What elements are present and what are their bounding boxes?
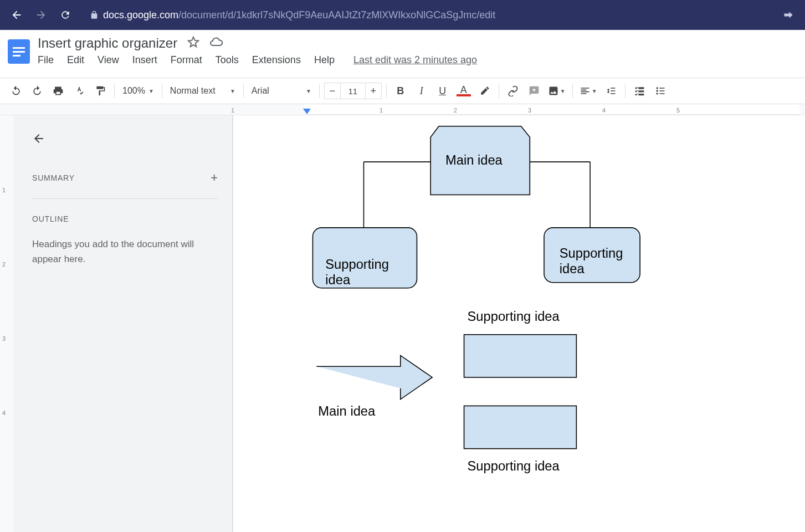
formatting-toolbar: 100% ▼ Normal text ▼ Arial ▼ − 11 + B I … [0, 78, 805, 104]
zoom-value: 100% [122, 86, 145, 96]
shape-rect-top[interactable] [464, 335, 577, 377]
checklist-button[interactable] [630, 81, 649, 100]
docs-header: Insert graphic organizer File Edit View … [0, 30, 805, 78]
add-summary-button[interactable]: + [211, 171, 218, 185]
paragraph-style-dropdown[interactable]: Normal text ▼ [167, 86, 239, 96]
outline-hint-text: Headings you add to the document will ap… [32, 237, 215, 267]
zoom-dropdown[interactable]: 100% ▼ [119, 86, 157, 96]
ruler-number: 3 [2, 335, 6, 342]
lock-icon [90, 11, 99, 19]
increase-font-size-button[interactable]: + [365, 83, 382, 99]
add-comment-button[interactable] [525, 81, 543, 100]
document-title[interactable]: Insert graphic organizer [38, 35, 177, 51]
menu-view[interactable]: View [98, 54, 119, 66]
ruler-number: 2 [454, 107, 457, 114]
ruler-number: 1 [231, 107, 234, 114]
bulleted-list-button[interactable] [651, 81, 670, 100]
ruler-number: 2 [2, 261, 6, 268]
align-button[interactable]: ▼ [577, 81, 599, 100]
menu-extensions[interactable]: Extensions [252, 54, 301, 66]
star-icon[interactable] [187, 36, 199, 50]
svg-rect-3 [13, 55, 20, 57]
insert-link-button[interactable] [504, 81, 522, 100]
arrow-shape[interactable] [316, 355, 432, 399]
text-color-button[interactable]: A [454, 81, 473, 100]
horizontal-ruler[interactable]: 1 1 2 3 4 5 [0, 104, 805, 115]
label-supporting-bottom: Supporting idea [467, 459, 560, 473]
shape-text-supporting-left: Supporting [325, 257, 389, 272]
line-spacing-button[interactable] [602, 81, 621, 100]
summary-heading: SUMMARY [32, 173, 75, 182]
drawing-canvas[interactable]: Main idea Supporting idea Supporting ide… [233, 115, 805, 532]
highlight-color-button[interactable] [475, 81, 494, 100]
chevron-down-icon: ▼ [306, 88, 311, 94]
document-page[interactable]: Main idea Supporting idea Supporting ide… [233, 115, 805, 532]
outline-heading: OUTLINE [32, 214, 218, 223]
font-size-value[interactable]: 11 [341, 83, 365, 99]
ruler-number: 3 [528, 107, 531, 114]
paragraph-style-value: Normal text [170, 86, 216, 96]
menu-help[interactable]: Help [314, 54, 335, 66]
shape-text-supporting-right: Supporting [560, 246, 623, 260]
ruler-number: 4 [2, 410, 6, 416]
menu-bar: File Edit View Insert Format Tools Exten… [38, 54, 477, 66]
menu-format[interactable]: Format [171, 54, 202, 66]
menu-tools[interactable]: Tools [216, 54, 239, 66]
docs-logo[interactable] [7, 35, 31, 68]
font-size-control: − 11 + [324, 83, 382, 99]
shape-text-main-idea: Main idea [445, 153, 503, 167]
svg-point-4 [656, 87, 658, 89]
chevron-down-icon: ▼ [148, 88, 154, 94]
label-supporting-top: Supporting idea [467, 309, 560, 324]
undo-button[interactable] [7, 81, 25, 100]
outline-sidebar: SUMMARY + OUTLINE Headings you add to th… [13, 115, 233, 532]
browser-forward-button[interactable] [31, 5, 51, 25]
ruler-number: 4 [602, 107, 606, 114]
italic-button[interactable]: I [412, 81, 431, 100]
chevron-down-icon: ▼ [592, 88, 597, 94]
chevron-down-icon: ▼ [560, 88, 566, 94]
shape-text-supporting-right-2: idea [560, 262, 585, 276]
decrease-font-size-button[interactable]: − [324, 83, 341, 99]
workspace: 1 2 3 4 SUMMARY + OUTLINE Headings you a… [0, 115, 805, 532]
ruler-number: 5 [676, 107, 680, 114]
page-area: Main idea Supporting idea Supporting ide… [233, 115, 805, 532]
menu-insert[interactable]: Insert [132, 54, 157, 66]
sidebar-back-button[interactable] [32, 132, 218, 149]
bold-button[interactable]: B [391, 81, 410, 100]
browser-toolbar: docs.google.com/document/d/1kdkrl7sNkQdF… [0, 0, 805, 30]
browser-share-button[interactable] [778, 5, 798, 25]
svg-point-6 [656, 93, 658, 94]
font-family-dropdown[interactable]: Arial ▼ [248, 86, 315, 96]
url-text: docs.google.com/document/d/1kdkrl7sNkQdF… [103, 9, 495, 21]
svg-rect-2 [13, 51, 25, 53]
ruler-number: 1 [2, 187, 6, 193]
indent-marker-icon[interactable] [303, 109, 311, 115]
spellcheck-button[interactable] [70, 81, 89, 100]
ruler-number: 1 [380, 107, 383, 114]
print-button[interactable] [49, 81, 68, 100]
shape-text-supporting-left-2: idea [325, 273, 351, 287]
font-family-value: Arial [252, 86, 269, 96]
last-edit-label[interactable]: Last edit was 2 minutes ago [353, 54, 477, 66]
paint-format-button[interactable] [91, 81, 110, 100]
svg-rect-1 [13, 47, 25, 49]
browser-back-button[interactable] [7, 5, 27, 25]
menu-file[interactable]: File [38, 54, 54, 66]
address-bar[interactable]: docs.google.com/document/d/1kdkrl7sNkQdF… [90, 9, 495, 21]
redo-button[interactable] [28, 81, 47, 100]
vertical-ruler[interactable]: 1 2 3 4 [0, 115, 13, 532]
insert-image-button[interactable]: ▼ [546, 81, 568, 100]
browser-reload-button[interactable] [55, 5, 75, 25]
svg-point-5 [656, 90, 658, 91]
label-main-idea-2: Main idea [318, 404, 376, 418]
menu-edit[interactable]: Edit [67, 54, 84, 66]
chevron-down-icon: ▼ [230, 88, 235, 94]
shape-rect-bottom[interactable] [464, 406, 577, 448]
cloud-saved-icon[interactable] [209, 35, 223, 51]
underline-button[interactable]: U [433, 81, 452, 100]
